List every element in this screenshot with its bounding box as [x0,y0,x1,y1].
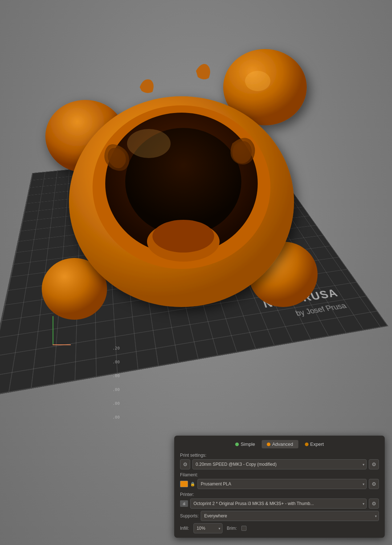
simple-dot [235,443,239,446]
tab-expert[interactable]: Expert [300,440,329,448]
filament-gear[interactable]: ⚙ [369,479,379,489]
infill-label: Infill: [180,526,189,531]
3d-model [18,18,345,363]
tab-advanced-label: Advanced [272,441,293,447]
print-settings-select[interactable]: 0.20mm SPEED @MK3 - Copy (modified) [192,459,367,469]
ruler-value: .00 [113,411,120,424]
filament-lock-icon: 🔒 [190,482,195,487]
infill-select[interactable]: 10% [193,523,222,533]
ruler-value: .00 [113,383,120,397]
filament-select-wrapper: Prusament PLA ▾ [197,479,367,489]
brim-checkbox[interactable] [241,526,246,531]
print-settings-gear[interactable]: ⚙ [369,459,379,469]
tab-advanced[interactable]: Advanced [262,440,298,448]
model-svg [18,27,345,354]
3d-viewport[interactable]: NAL PRUSA by Josef Prusa .20 .00 .00 .00… [0,0,392,545]
printer-label: Printer: [180,492,379,497]
expert-dot [305,443,309,446]
supports-select-wrapper: Everywhere ▾ [201,511,379,521]
advanced-dot [267,443,270,446]
svg-point-10 [127,129,171,158]
print-settings-icon[interactable]: ⚙ [180,459,190,469]
filament-label: Filament: [180,472,379,477]
ruler-value: .00 [113,369,120,383]
tab-simple[interactable]: Simple [230,440,260,448]
printer-row: 🖨 Octoprint 2 * Original Prusa i3 MK3S &… [180,498,379,509]
print-settings-row: ⚙ 0.20mm SPEED @MK3 - Copy (modified) ▾ … [180,459,379,469]
printer-gear[interactable]: ⚙ [369,498,379,509]
supports-select[interactable]: Everywhere [201,511,379,521]
tab-simple-label: Simple [241,441,255,447]
print-select-wrapper: 0.20mm SPEED @MK3 - Copy (modified) ▾ [192,459,367,469]
brim-label: Brim: [227,526,237,531]
filament-select[interactable]: Prusament PLA [197,479,367,489]
printer-select[interactable]: Octoprint 2 * Original Prusa i3 MK3S & M… [190,498,367,509]
mode-tabs: Simple Advanced Expert [180,440,379,448]
printer-select-wrapper: Octoprint 2 * Original Prusa i3 MK3S & M… [190,498,367,509]
tab-expert-label: Expert [310,441,324,447]
ruler-value: .00 [113,397,120,411]
bottom-row: Infill: 10% ▾ Brim: [180,523,379,533]
infill-select-wrapper: 10% ▾ [193,523,222,533]
filament-color-swatch[interactable] [180,481,188,487]
print-settings-label: Print settings: [180,453,379,458]
svg-point-11 [245,71,270,91]
settings-panel: Simple Advanced Expert Print settings: ⚙… [174,436,385,538]
svg-point-9 [152,220,214,253]
supports-row: Supports: Everywhere ▾ [180,511,379,521]
printer-icon: 🖨 [180,500,188,507]
supports-label: Supports: [180,513,199,518]
filament-row: 🔒 Prusament PLA ▾ ⚙ [180,479,379,489]
